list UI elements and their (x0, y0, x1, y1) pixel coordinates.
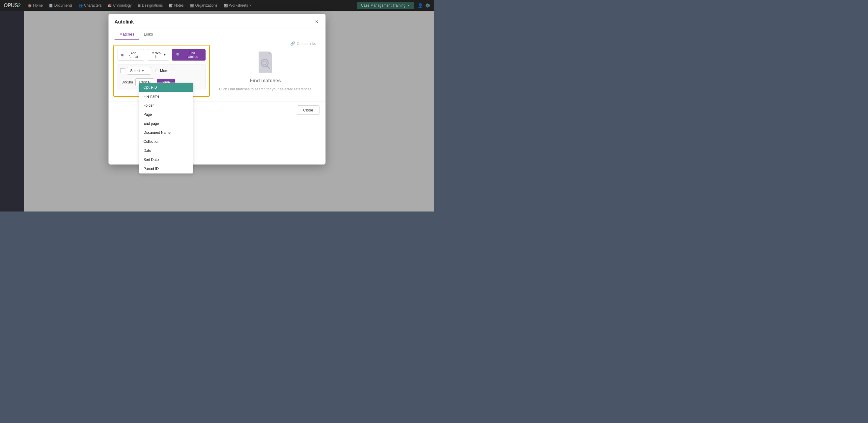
find-matches-button[interactable]: 🔍 Find matches (172, 49, 206, 61)
create-links-label: Create links (297, 41, 316, 46)
more-label: More (160, 69, 168, 73)
dropdown-item-page[interactable]: Page (139, 110, 193, 119)
find-matches-subtitle: Click Find matches to search for your se… (219, 87, 311, 91)
find-matches-panel: 🔗 Create links Fi (210, 45, 321, 97)
tab-matches[interactable]: Matches (115, 29, 139, 40)
tab-links[interactable]: Links (139, 29, 158, 40)
match-in-label: Match in (150, 51, 162, 59)
document-label: Docum (121, 80, 133, 84)
dropdown-item-file-name[interactable]: File name (139, 92, 193, 101)
format-row: Select ▼ ⊕ More (120, 67, 203, 75)
dropdown-item-document-name[interactable]: Document Name (139, 128, 193, 137)
dropdown-item-folder[interactable]: Folder (139, 101, 193, 110)
dropdown-item-sort-date[interactable]: Sort Date (139, 155, 193, 164)
select-label: Select (130, 69, 140, 73)
dropdown-item-opus-id[interactable]: Opus-ID (139, 83, 193, 92)
chain-icon: 🔗 (290, 41, 295, 46)
find-matches-label: Find matches (182, 51, 201, 59)
find-matches-icon-wrapper (255, 50, 276, 74)
modal-header: Autolink × (108, 14, 326, 29)
modal-close-button[interactable]: × (314, 19, 319, 25)
add-format-button[interactable]: ⊕ Add format (118, 49, 144, 61)
create-links-area: 🔗 Create links (287, 39, 319, 47)
dropdown-item-date[interactable]: Date (139, 146, 193, 155)
match-in-button[interactable]: Match in ▼ (147, 49, 169, 61)
create-links-button[interactable]: 🔗 Create links (287, 39, 319, 47)
more-plus-icon: ⊕ (155, 68, 159, 73)
modal-body: ⊕ Add format Match in ▼ 🔍 Find matches (108, 40, 326, 101)
select-dropdown-menu: Opus-ID File name Folder Page End page (139, 83, 193, 173)
find-matches-title: Find matches (250, 78, 281, 84)
format-panel: ⊕ Add format Match in ▼ 🔍 Find matches (113, 45, 210, 97)
format-checkbox[interactable] (120, 68, 125, 73)
match-in-chevron-icon: ▼ (163, 53, 166, 56)
modal-tabs: Matches Links (108, 29, 326, 40)
autolink-modal: Autolink × Matches Links ⊕ Add format (108, 14, 326, 164)
more-button[interactable]: ⊕ More (153, 67, 170, 75)
modal-title: Autolink (115, 19, 134, 28)
plus-icon: ⊕ (121, 53, 124, 57)
select-dropdown-trigger[interactable]: Select ▼ (127, 67, 151, 75)
dropdown-item-parent-id[interactable]: Parent ID (139, 164, 193, 173)
format-toolbar: ⊕ Add format Match in ▼ 🔍 Find matches (118, 49, 206, 61)
dropdown-item-collection[interactable]: Collection (139, 137, 193, 146)
find-matches-empty-icon (256, 52, 274, 73)
find-matches-icon: 🔍 (176, 53, 181, 57)
select-chevron-icon: ▼ (141, 69, 144, 73)
format-row-area: Select ▼ ⊕ More Docum Cancel Save (118, 64, 206, 90)
modal-overlay: Autolink × Matches Links ⊕ Add format (0, 0, 434, 212)
add-format-label: Add format (126, 51, 141, 59)
dropdown-item-end-page[interactable]: End page (139, 119, 193, 128)
close-button[interactable]: Close (297, 105, 319, 115)
